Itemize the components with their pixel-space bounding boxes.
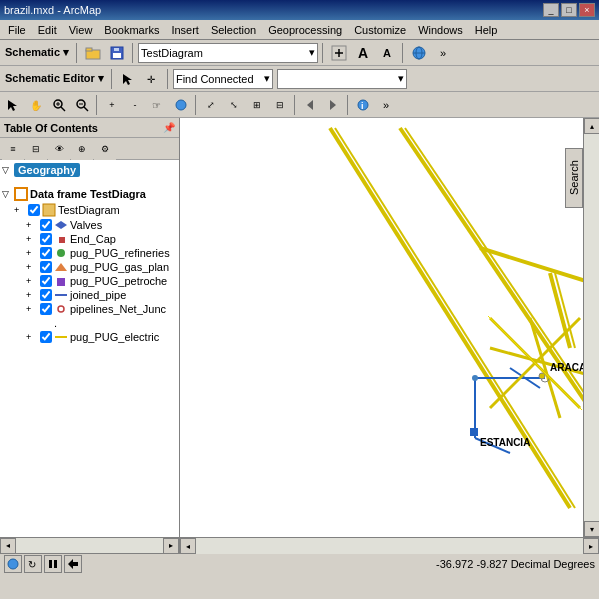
gasplan-checkbox[interactable] — [40, 261, 52, 273]
layer-joinedpipe[interactable]: + joined_pipe — [2, 288, 177, 302]
collapse-btn[interactable]: ⤡ — [223, 94, 245, 116]
electric-checkbox[interactable] — [40, 331, 52, 343]
expand2-btn[interactable]: ⊞ — [246, 94, 268, 116]
editor-secondary-dropdown[interactable]: ▾ — [277, 69, 407, 89]
left-scroll-right[interactable]: ▸ — [163, 538, 179, 554]
map-area[interactable]: Search — [180, 118, 583, 537]
maximize-button[interactable]: □ — [561, 3, 577, 17]
svg-line-20 — [84, 107, 88, 111]
menu-insert[interactable]: Insert — [165, 22, 205, 38]
identify-icon: i — [356, 98, 370, 112]
layer-valves[interactable]: + Valves — [2, 218, 177, 232]
menu-windows[interactable]: Windows — [412, 22, 469, 38]
status-pause-icon[interactable] — [44, 555, 62, 573]
select-tool-btn[interactable] — [117, 68, 139, 90]
pipelines-checkbox[interactable] — [40, 303, 52, 315]
toc-layers-btn[interactable]: ⊕ — [71, 138, 93, 160]
vscroll-track[interactable] — [584, 134, 599, 521]
toc-eye-btn[interactable]: 👁 — [48, 138, 70, 160]
menu-view[interactable]: View — [63, 22, 99, 38]
sep-t2 — [195, 95, 197, 115]
pan-map-btn[interactable]: ☞ — [147, 94, 169, 116]
A-small-btn[interactable]: A — [376, 42, 398, 64]
fixed-zoom-in-btn[interactable]: + — [101, 94, 123, 116]
schematic-dropdown-btn[interactable]: Schematic ▾ — [2, 42, 72, 64]
layer-refineries[interactable]: + pug_PUG_refineries — [2, 246, 177, 260]
title-bar: brazil.mxd - ArcMap _ □ × — [0, 0, 599, 20]
menu-customize[interactable]: Customize — [348, 22, 412, 38]
A-large-btn[interactable]: A — [352, 42, 374, 64]
hscroll-left-btn[interactable]: ◂ — [180, 538, 196, 554]
find-connected-dropdown[interactable]: Find Connected ▾ — [173, 69, 273, 89]
move-tool-btn[interactable]: ✛ — [141, 68, 163, 90]
svg-line-16 — [61, 107, 65, 111]
dot-label: . — [38, 317, 57, 329]
left-scroll-left[interactable]: ◂ — [0, 538, 16, 554]
geography-item[interactable]: ▽ Geography — [2, 162, 177, 178]
status-arrow-icon[interactable] — [64, 555, 82, 573]
scroll-up-btn[interactable]: ▴ — [584, 118, 599, 134]
globe-btn[interactable] — [408, 42, 430, 64]
more-btn[interactable]: » — [432, 42, 454, 64]
status-globe-icon[interactable] — [4, 555, 22, 573]
folder-icon — [85, 45, 101, 61]
toc-pin-icon: 📌 — [163, 122, 175, 133]
svg-marker-13 — [8, 100, 17, 111]
back-nav-btn[interactable] — [299, 94, 321, 116]
svg-point-54 — [472, 375, 478, 381]
collapse2-btn[interactable]: ⊟ — [269, 94, 291, 116]
menu-selection[interactable]: Selection — [205, 22, 262, 38]
layer-pipelines[interactable]: + pipelines_Net_Junc — [2, 302, 177, 316]
endcap-checkbox[interactable] — [40, 233, 52, 245]
dataframe-item[interactable]: ▽ Data frame TestDiagra — [2, 186, 177, 202]
layer-endcap[interactable]: + End_Cap — [2, 232, 177, 246]
testdiagram-checkbox[interactable] — [28, 204, 40, 216]
hscroll-right-btn[interactable]: ▸ — [583, 538, 599, 554]
zoom-out-map-btn[interactable] — [71, 94, 93, 116]
save-btn[interactable] — [106, 42, 128, 64]
sep-t1 — [96, 95, 98, 115]
toc-list-btn-2[interactable]: ⊟ — [25, 138, 47, 160]
minimize-button[interactable]: _ — [543, 3, 559, 17]
globe-small-btn[interactable] — [170, 94, 192, 116]
menu-edit[interactable]: Edit — [32, 22, 63, 38]
schematic-editor-btn[interactable]: Schematic Editor ▾ — [2, 68, 107, 90]
svg-point-33 — [57, 249, 65, 257]
refineries-checkbox[interactable] — [40, 247, 52, 259]
menu-bookmarks[interactable]: Bookmarks — [98, 22, 165, 38]
scroll-down-btn[interactable]: ▾ — [584, 521, 599, 537]
valves-checkbox[interactable] — [40, 219, 52, 231]
pan-map-icon: ☞ — [151, 98, 165, 112]
navigate-btn[interactable] — [2, 94, 24, 116]
geography-expand[interactable]: ▽ — [2, 165, 14, 175]
search-tab[interactable]: Search — [565, 148, 583, 208]
svg-marker-65 — [68, 559, 78, 569]
title-bar-controls[interactable]: _ □ × — [543, 3, 595, 17]
expand-btn[interactable]: ⤢ — [200, 94, 222, 116]
layer-testdiagram[interactable]: + TestDiagram — [2, 202, 177, 218]
menu-help[interactable]: Help — [469, 22, 504, 38]
zoom-in-btn[interactable] — [328, 42, 350, 64]
close-button[interactable]: × — [579, 3, 595, 17]
joinedpipe-checkbox[interactable] — [40, 289, 52, 301]
fixed-zoom-out-btn[interactable]: - — [124, 94, 146, 116]
petroche-checkbox[interactable] — [40, 275, 52, 287]
toc-options-btn[interactable]: ⚙ — [94, 138, 116, 160]
status-bar: ↻ -36.972 -9.827 Decimal Degrees — [0, 553, 599, 573]
hscroll-track[interactable] — [196, 538, 583, 554]
layer-gasplan[interactable]: + pug_PUG_gas_plan — [2, 260, 177, 274]
more-tools-btn[interactable]: » — [375, 94, 397, 116]
pan-btn[interactable]: ✋ — [25, 94, 47, 116]
dataframe-expand[interactable]: ▽ — [2, 189, 14, 199]
toc-list-btn-1[interactable]: ≡ — [2, 138, 24, 160]
layer-petroche[interactable]: + pug_PUG_petroche — [2, 274, 177, 288]
identify-btn[interactable]: i — [352, 94, 374, 116]
status-refresh-icon[interactable]: ↻ — [24, 555, 42, 573]
open-folder-btn[interactable] — [82, 42, 104, 64]
menu-file[interactable]: File — [2, 22, 32, 38]
menu-geoprocessing[interactable]: Geoprocessing — [262, 22, 348, 38]
layer-electric[interactable]: + pug_PUG_electric — [2, 330, 177, 344]
forward-nav-btn[interactable] — [322, 94, 344, 116]
zoom-in-map-btn[interactable] — [48, 94, 70, 116]
diagram-dropdown[interactable]: TestDiagram ▾ — [138, 43, 318, 63]
